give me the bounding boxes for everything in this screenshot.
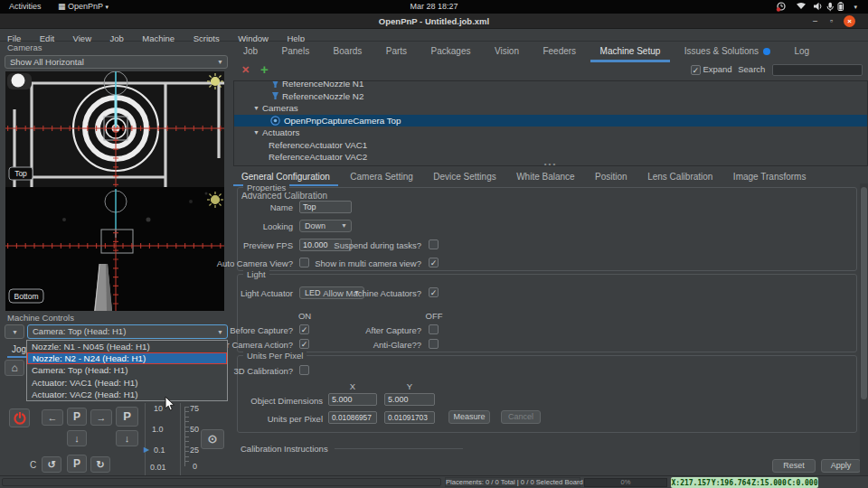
tray-chevron-icon[interactable]: ▾ (854, 0, 857, 14)
speed-slider[interactable] (184, 407, 189, 466)
sun-icon[interactable] (207, 192, 223, 208)
add-icon[interactable]: + (260, 61, 269, 77)
tab-issues-solutions[interactable]: Issues & Solutions (675, 42, 780, 60)
calibration-3d-checkbox[interactable] (299, 365, 309, 375)
tab-vision[interactable]: Vision (485, 42, 529, 60)
auto-camera-view-checkbox[interactable] (299, 258, 309, 267)
tab-position[interactable]: Position (587, 170, 636, 184)
tab-feeders[interactable]: Feeders (533, 42, 586, 60)
tab-parts[interactable]: Parts (376, 42, 417, 60)
camera-feed-top[interactable]: Top (5, 71, 224, 187)
tab-packages[interactable]: Packages (421, 42, 481, 60)
cancel-button[interactable]: Cancel (501, 410, 541, 424)
tool-mini-selector[interactable]: ▼ (5, 324, 24, 339)
jog-p2-button[interactable]: P (116, 407, 138, 427)
name-field[interactable]: Top (299, 201, 352, 213)
user-camera-action-checkbox[interactable]: ✓ (299, 339, 309, 349)
tab-image-transforms[interactable]: Image Transforms (725, 170, 815, 184)
position-camera-button[interactable]: ⊙ (201, 429, 224, 449)
after-capture-checkbox[interactable] (429, 324, 439, 334)
speed-25: 25 (190, 446, 199, 455)
object-dimensions-x-field[interactable]: 5.000 (328, 393, 377, 406)
expander-icon[interactable]: ▼ (253, 127, 259, 138)
popup-option-camera-top[interactable]: Camera: Top (Head: H1) (27, 364, 227, 376)
tab-machine-setup[interactable]: Machine Setup (590, 42, 671, 62)
vertical-scrollbar[interactable] (860, 183, 868, 475)
measure-button[interactable]: Measure (448, 410, 490, 424)
expander-icon[interactable]: ▼ (253, 102, 259, 114)
tree-row-nozzle-n1[interactable]: ReferenceNozzle N1 (234, 80, 867, 90)
window-title-bar[interactable]: OpenPnP - Untitled.job.xml – ▫ × (0, 14, 868, 29)
jog-down-button[interactable]: ↓ (67, 430, 87, 446)
minimize-button[interactable]: – (809, 15, 821, 27)
light-actuator-label: Light Actuator (241, 287, 293, 299)
light-group: Light Light Actuator LED ▼ Allow Machine… (237, 274, 857, 352)
rotate-ccw-button[interactable]: ↺ (42, 456, 61, 473)
tab-job[interactable]: Job (233, 42, 268, 60)
increment-0-1[interactable]: 0.1 (154, 446, 165, 455)
object-dimensions-y-field[interactable]: 5.000 (384, 393, 435, 406)
jog-p1-button[interactable]: P (67, 408, 87, 426)
multi-camera-view-checkbox[interactable]: ✓ (429, 258, 439, 267)
allow-machine-actuators-checkbox[interactable]: ✓ (429, 287, 439, 297)
popup-option-nozzle-n2[interactable]: Nozzle: N2 - N24 (Head: H1) (27, 352, 227, 364)
tree-row-cameras[interactable]: ▼ Cameras (234, 102, 867, 115)
clock[interactable]: Mar 28 18:27 (0, 0, 868, 14)
cameras-panel: Cameras Show All Horizontal ▼ (0, 42, 233, 475)
camera-feed-bottom[interactable]: Bottom (5, 187, 224, 311)
config-tab-bar: General Configuration Camera Setting Dev… (233, 167, 868, 183)
tab-jog[interactable]: Jog (12, 344, 26, 354)
expand-checkbox[interactable]: ✓ (691, 65, 701, 75)
home-button[interactable]: ⌂ (5, 360, 24, 376)
delete-icon[interactable]: ✕ (241, 64, 250, 76)
power-button[interactable] (9, 408, 30, 427)
popup-option-actuator-vac1[interactable]: Actuator: VAC1 (Head: H1) (27, 377, 227, 389)
dro-y: Y:196.764 (712, 479, 750, 487)
notifications-icon (777, 3, 785, 12)
close-button[interactable]: × (844, 15, 855, 27)
tab-camera-setting[interactable]: Camera Setting (342, 170, 420, 184)
tab-boards[interactable]: Boards (324, 42, 373, 60)
sun-icon[interactable] (207, 73, 223, 89)
rotate-p-button[interactable]: P (67, 455, 87, 473)
tool-selector[interactable]: Camera: Top (Head: H1) ▼ (27, 324, 228, 339)
jog-down2-button[interactable]: ↓ (116, 430, 138, 446)
camera-view-selector[interactable]: Show All Horizontal ▼ (5, 55, 228, 69)
camera-view-selector-value: Show All Horizontal (10, 57, 84, 67)
popup-option-actuator-vac2[interactable]: Actuator: VAC2 (Head: H1) (27, 389, 227, 400)
increment-slider-handle[interactable]: ▶ (144, 446, 149, 454)
reset-button[interactable]: Reset (772, 459, 816, 473)
tree-row-capture-camera-top[interactable]: OpenPnpCaptureCamera Top (234, 115, 867, 127)
increment-10[interactable]: 10 (154, 404, 163, 413)
tree-row-actuator-vac1[interactable]: ReferenceActuator VAC1 (234, 139, 867, 152)
maximize-button[interactable]: ▫ (826, 15, 837, 27)
tab-device-settings[interactable]: Device Settings (425, 170, 504, 184)
tree-row-label: Actuators (262, 127, 299, 138)
jog-left-button[interactable]: ← (42, 409, 63, 426)
tree-row-actuators[interactable]: ▼ Actuators (234, 127, 867, 139)
properties-group: Properties Name Top Looking Down ▼ Previ… (237, 187, 857, 271)
apply-button[interactable]: Apply (821, 459, 861, 473)
tree-row-nozzle-n2[interactable]: ReferenceNozzle N2 (234, 90, 867, 103)
before-capture-checkbox[interactable]: ✓ (299, 324, 309, 334)
scrollbar-thumb[interactable] (861, 187, 867, 399)
tab-panels[interactable]: Panels (272, 42, 320, 60)
units-per-pixel-y-field[interactable]: 0.01091703 (384, 411, 435, 424)
anti-glare-checkbox[interactable] (429, 339, 439, 349)
looking-selector[interactable]: Down ▼ (299, 220, 352, 232)
increment-1[interactable]: 1.0 (152, 425, 164, 434)
units-per-pixel-x-field[interactable]: 0.01086957 (328, 411, 377, 424)
tab-lens-calibration[interactable]: Lens Calibration (639, 170, 721, 184)
tree-toolbar: ✕ + ✓ Expand Search (233, 61, 868, 80)
after-capture-label: After Capture? (365, 324, 421, 336)
increment-0-01[interactable]: 0.01 (150, 463, 166, 472)
rotate-cw-button[interactable]: ↻ (90, 456, 110, 473)
search-input[interactable] (772, 64, 863, 76)
suspend-checkbox[interactable] (429, 239, 439, 249)
jog-right-button[interactable]: → (90, 409, 112, 426)
on-column-header: ON (290, 311, 319, 321)
tab-log[interactable]: Log (784, 42, 819, 60)
popup-option-nozzle-n1[interactable]: Nozzle: N1 - N045 (Head: H1) (27, 341, 227, 352)
chevron-down-icon: ▼ (217, 326, 223, 338)
tab-white-balance[interactable]: White Balance (508, 170, 582, 184)
